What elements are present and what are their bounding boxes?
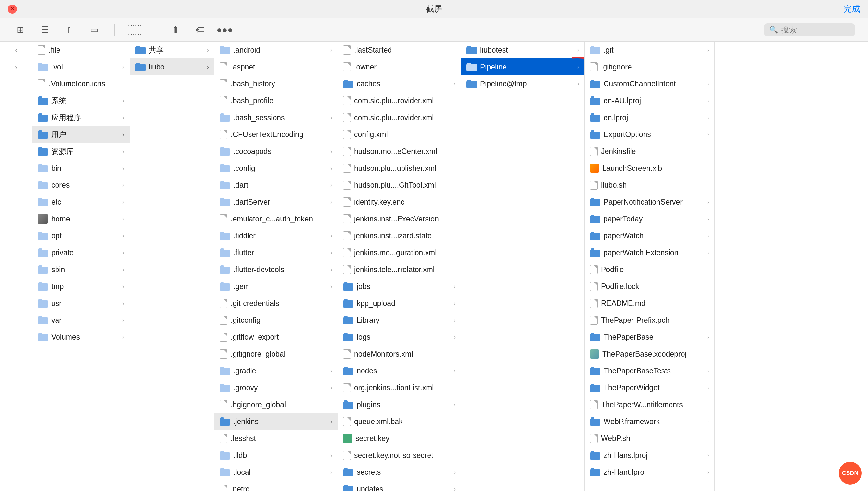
list-item[interactable]: WebP.sh: [585, 430, 715, 447]
list-item[interactable]: paperToday ›: [585, 210, 715, 227]
list-item[interactable]: en.lproj ›: [585, 109, 715, 126]
list-item[interactable]: .netrc: [215, 481, 338, 491]
list-item[interactable]: .vol ›: [32, 58, 130, 75]
list-item[interactable]: sbin ›: [32, 261, 130, 278]
list-item[interactable]: LaunchScreen.xib: [585, 160, 715, 177]
list-item[interactable]: .lldb ›: [215, 447, 338, 464]
list-item[interactable]: nodes ›: [338, 363, 461, 379]
list-item[interactable]: 资源库 ›: [32, 143, 130, 160]
list-item[interactable]: nodeMonitors.xml: [338, 346, 461, 363]
list-item-pipeline[interactable]: Pipeline ›: [461, 58, 584, 75]
list-item[interactable]: zh-Hant.lproj ›: [585, 464, 715, 481]
done-button[interactable]: 完成: [843, 3, 860, 15]
list-item[interactable]: PaperNotificationServer ›: [585, 194, 715, 210]
list-item[interactable]: en-AU.lproj ›: [585, 92, 715, 109]
list-item[interactable]: .gitignore: [585, 58, 715, 75]
list-item[interactable]: WebP.framework ›: [585, 413, 715, 430]
csdn-badge[interactable]: CSDN: [839, 462, 862, 485]
list-item[interactable]: .gitconfig: [215, 312, 338, 329]
list-item[interactable]: 系统 ›: [32, 92, 130, 109]
share-icon[interactable]: ⬆: [168, 23, 183, 37]
list-item[interactable]: .file: [32, 41, 130, 58]
list-item[interactable]: tmp ›: [32, 278, 130, 295]
list-item[interactable]: .hgignore_global: [215, 396, 338, 413]
list-item[interactable]: .emulator_c...auth_token: [215, 210, 338, 227]
list-item[interactable]: config.xml: [338, 126, 461, 143]
list-item[interactable]: paperWatch ›: [585, 227, 715, 244]
list-item[interactable]: com.sic.plu...rovider.xml: [338, 92, 461, 109]
list-item[interactable]: ThePaper-Prefix.pch: [585, 312, 715, 329]
list-item[interactable]: .flutter-devtools ›: [215, 261, 338, 278]
grid-view-icon[interactable]: ⊞: [13, 23, 27, 37]
list-item[interactable]: jenkins.mo...guration.xml: [338, 244, 461, 261]
list-item[interactable]: ThePaperBase ›: [585, 329, 715, 346]
list-item[interactable]: ThePaperWidget ›: [585, 379, 715, 396]
list-item-pipeline-tmp[interactable]: Pipeline@tmp ›: [461, 75, 584, 92]
list-item[interactable]: updates ›: [338, 481, 461, 491]
list-item[interactable]: Library ›: [338, 312, 461, 329]
list-item-caches[interactable]: caches ›: [338, 75, 461, 92]
list-item[interactable]: .bash_history: [215, 75, 338, 92]
list-item[interactable]: identity.key.enc: [338, 194, 461, 210]
list-item[interactable]: .gradle ›: [215, 363, 338, 379]
list-item[interactable]: .git-credentials: [215, 295, 338, 312]
list-item[interactable]: usr ›: [32, 295, 130, 312]
list-item[interactable]: ThePaperBase.xcodeproj: [585, 346, 715, 363]
list-item[interactable]: .android ›: [215, 41, 338, 58]
list-item-jenkins[interactable]: .jenkins ›: [215, 413, 338, 430]
list-item[interactable]: paperWatch Extension ›: [585, 244, 715, 261]
list-item[interactable]: .git ›: [585, 41, 715, 58]
search-input[interactable]: [781, 25, 850, 34]
list-item[interactable]: .CFUserTextEncoding: [215, 126, 338, 143]
list-item[interactable]: logs ›: [338, 329, 461, 346]
list-item[interactable]: .gitflow_export: [215, 329, 338, 346]
search-bar[interactable]: 🔍: [764, 23, 855, 36]
list-item[interactable]: .flutter ›: [215, 244, 338, 261]
list-item[interactable]: .dartServer ›: [215, 194, 338, 210]
list-item-liubo[interactable]: liubo ›: [130, 58, 214, 75]
list-item[interactable]: org.jenkins...tionList.xml: [338, 379, 461, 396]
list-item[interactable]: .bash_profile: [215, 92, 338, 109]
list-item[interactable]: secrets ›: [338, 464, 461, 481]
list-item[interactable]: jobs ›: [338, 278, 461, 295]
list-item[interactable]: hudson.plu...ublisher.xml: [338, 160, 461, 177]
list-item-liubotest[interactable]: liubotest ›: [461, 41, 584, 58]
list-item[interactable]: Volumes ›: [32, 329, 130, 346]
list-item-users[interactable]: 用户 ›: [32, 126, 130, 143]
list-item[interactable]: .cocoapods ›: [215, 143, 338, 160]
list-item[interactable]: Podfile.lock: [585, 278, 715, 295]
list-item[interactable]: ExportOptions ›: [585, 126, 715, 143]
list-item[interactable]: jenkins.tele...rrelator.xml: [338, 261, 461, 278]
list-item[interactable]: hudson.mo...eCenter.xml: [338, 143, 461, 160]
list-item[interactable]: etc ›: [32, 194, 130, 210]
list-item[interactable]: secret.key: [338, 430, 461, 447]
apps-icon[interactable]: ⋯⋯⋯⋯: [128, 23, 142, 37]
list-item[interactable]: .lesshst: [215, 430, 338, 447]
list-item[interactable]: CustomChannelIntent ›: [585, 75, 715, 92]
list-item[interactable]: secret.key.not-so-secret: [338, 447, 461, 464]
list-item[interactable]: .bash_sessions ›: [215, 109, 338, 126]
list-item[interactable]: jenkins.inst...ExecVersion: [338, 210, 461, 227]
list-item[interactable]: cores ›: [32, 177, 130, 194]
list-item[interactable]: var ›: [32, 312, 130, 329]
list-item[interactable]: .config ›: [215, 160, 338, 177]
list-item[interactable]: plugins ›: [338, 396, 461, 413]
list-item[interactable]: Jenkinsfile: [585, 143, 715, 160]
list-item-shared[interactable]: 共享 ›: [130, 41, 214, 58]
list-item[interactable]: .owner: [338, 58, 461, 75]
nav-up[interactable]: ‹: [0, 41, 32, 58]
list-item[interactable]: queue.xml.bak: [338, 413, 461, 430]
list-item[interactable]: jenkins.inst...izard.state: [338, 227, 461, 244]
list-item[interactable]: Podfile: [585, 261, 715, 278]
close-button[interactable]: ✕: [8, 4, 17, 13]
list-item[interactable]: 应用程序 ›: [32, 109, 130, 126]
list-item[interactable]: .dart ›: [215, 177, 338, 194]
list-item[interactable]: .gitignore_global: [215, 346, 338, 363]
list-item[interactable]: .VolumeIcon.icns: [32, 75, 130, 92]
list-item[interactable]: README.md: [585, 295, 715, 312]
list-item[interactable]: liubo.sh: [585, 177, 715, 194]
list-item[interactable]: .lastStarted: [338, 41, 461, 58]
more-icon[interactable]: ●●●: [218, 23, 232, 37]
list-item[interactable]: .aspnet: [215, 58, 338, 75]
list-item[interactable]: bin ›: [32, 160, 130, 177]
